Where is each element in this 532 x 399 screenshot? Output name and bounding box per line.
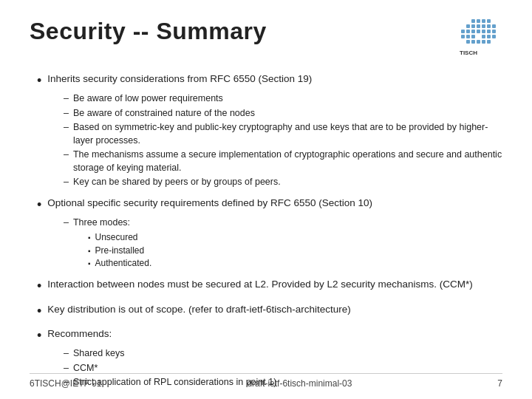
section-3: • Interaction between nodes must be secu… [37, 278, 502, 295]
section3-text: Interaction between nodes must be secure… [47, 278, 473, 292]
subitem-text: Be aware of low power requirements [73, 92, 502, 106]
svg-rect-6 [471, 24, 475, 28]
section4-text: Key distribution is out of scope. (refer… [47, 303, 350, 317]
bullet-main-1: • Inherits security considerations from … [37, 72, 502, 89]
list-item: ▪ Pre-installed [88, 245, 151, 257]
svg-rect-7 [477, 24, 480, 28]
svg-rect-8 [482, 24, 485, 28]
list-item: ▪ Authenticated. [88, 257, 151, 270]
svg-rect-15 [482, 30, 485, 33]
dash-icon: – [64, 347, 69, 361]
svg-rect-24 [466, 40, 470, 44]
section2-subitems: – Three modes: ▪ Unsecured ▪ Pre-install… [64, 216, 502, 270]
bullet-main-4: • Key distribution is out of scope. (ref… [37, 303, 502, 320]
bullet-main-5: • Recommends: [37, 327, 502, 344]
svg-rect-10 [492, 24, 496, 28]
svg-rect-2 [477, 19, 480, 23]
subitem-text: Be aware of constrained nature of the no… [73, 107, 502, 120]
svg-rect-4 [487, 19, 491, 23]
tisch-logo: TISCH [449, 18, 502, 59]
section-1: • Inherits security considerations from … [37, 72, 502, 189]
subsubitem-text: Unsecured [95, 231, 138, 244]
section1-subitems: – Be aware of low power requirements – B… [64, 92, 502, 189]
sub-sub-list: ▪ Unsecured ▪ Pre-installed ▪ Authentica… [88, 231, 151, 270]
bullet-dot-4: • [37, 303, 41, 320]
list-item: ▪ Unsecured [88, 231, 151, 244]
dash-icon: – [64, 121, 69, 134]
dash-icon: – [64, 176, 69, 189]
svg-rect-13 [471, 30, 475, 33]
section5-text: Recommends: [47, 327, 112, 341]
subitem-text: The mechanisms assume a secure implement… [73, 149, 502, 174]
square-bullet-icon: ▪ [88, 259, 91, 269]
svg-text:TISCH: TISCH [460, 50, 477, 56]
main-content: • Inherits security considerations from … [30, 72, 502, 389]
dash-icon: – [64, 92, 69, 106]
svg-rect-3 [482, 19, 485, 23]
svg-rect-5 [466, 24, 470, 28]
list-item: – Shared keys [64, 347, 502, 361]
svg-rect-22 [487, 35, 491, 38]
svg-rect-23 [492, 35, 496, 38]
subitem-text: Three modes: [73, 217, 130, 228]
section-4: • Key distribution is out of scope. (ref… [37, 303, 502, 320]
section1-text: Inherits security considerations from RF… [47, 72, 312, 86]
section2-text: Optional specific security requirements … [47, 197, 372, 211]
list-item: – The mechanisms assume a secure impleme… [64, 149, 502, 174]
square-bullet-icon: ▪ [88, 246, 91, 256]
bullet-main-3: • Interaction between nodes must be secu… [37, 278, 502, 295]
svg-rect-11 [461, 30, 465, 33]
svg-rect-18 [461, 35, 465, 38]
list-item: – Key can be shared by peers or by group… [64, 176, 502, 189]
header: Security -- Summary [30, 18, 502, 59]
list-item: – Three modes: ▪ Unsecured ▪ Pre-install… [64, 216, 502, 270]
svg-rect-28 [487, 40, 491, 44]
svg-rect-21 [482, 35, 485, 38]
svg-rect-14 [477, 30, 480, 33]
list-item: – Be aware of constrained nature of the … [64, 107, 502, 120]
slide-footer: 6TISCH@IETF 91 draft-ietf-6tisch-minimal… [30, 373, 502, 389]
svg-rect-9 [487, 24, 491, 28]
svg-rect-1 [471, 19, 475, 23]
svg-rect-27 [482, 40, 485, 44]
slide-title: Security -- Summary [30, 18, 267, 45]
footer-left: 6TISCH@IETF 91 [30, 378, 102, 389]
svg-rect-16 [487, 30, 491, 33]
bullet-dot-1: • [37, 72, 41, 89]
subitem-text: Shared keys [73, 347, 502, 361]
bullet-main-2: • Optional specific security requirement… [37, 197, 502, 214]
bullet-dot-2: • [37, 197, 41, 214]
svg-rect-26 [477, 40, 480, 44]
subitem-text: Based on symmetric-key and public-key cr… [73, 121, 502, 147]
svg-rect-12 [466, 30, 470, 33]
bullet-dot-3: • [37, 278, 41, 295]
dash-icon: – [64, 216, 69, 230]
svg-rect-17 [492, 30, 496, 33]
list-item: – Based on symmetric-key and public-key … [64, 121, 502, 147]
footer-right: 7 [497, 378, 502, 389]
list-item: – Be aware of low power requirements [64, 92, 502, 106]
slide: Security -- Summary [0, 0, 532, 399]
subsubitem-text: Pre-installed [95, 245, 145, 257]
dash-icon: – [64, 107, 69, 120]
footer-center: draft-ietf-6tisch-minimal-03 [102, 378, 498, 389]
subitem-text: Key can be shared by peers or by groups … [73, 176, 502, 189]
bullet-dot-5: • [37, 327, 41, 344]
svg-rect-19 [466, 35, 470, 38]
svg-rect-20 [471, 35, 475, 38]
dash-icon: – [64, 149, 69, 162]
square-bullet-icon: ▪ [88, 233, 91, 243]
section-2: • Optional specific security requirement… [37, 197, 502, 270]
svg-rect-25 [471, 40, 475, 44]
subsubitem-text: Authenticated. [95, 257, 152, 270]
